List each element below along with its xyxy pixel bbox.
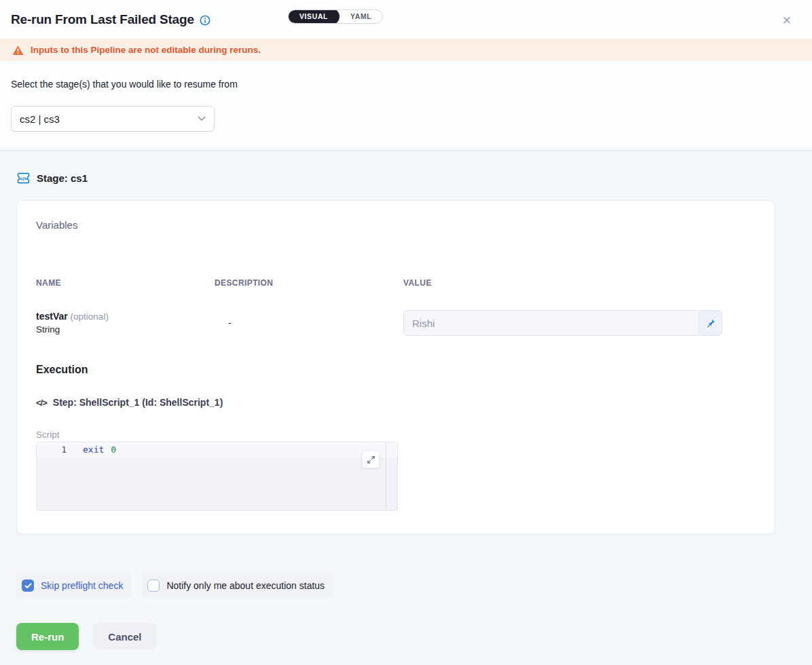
skip-preflight-label: Skip preflight check <box>41 580 123 591</box>
line-number: 1 <box>37 442 67 457</box>
variable-name: testVar <box>36 311 68 322</box>
info-icon[interactable] <box>200 15 210 26</box>
modal-header: Re-run From Last Failed Stage VISUAL YAM… <box>0 0 812 39</box>
notify-only-me-checkbox[interactable]: Notify only me about execution status <box>142 573 333 598</box>
code-number: 0 <box>111 444 116 455</box>
warning-icon <box>12 45 24 56</box>
pin-icon[interactable] <box>699 311 722 335</box>
column-header-value: VALUE <box>403 278 755 288</box>
warning-banner: Inputs to this Pipeline are not editable… <box>0 39 812 61</box>
script-code-editor[interactable]: 1 exit0 <box>36 442 398 511</box>
close-icon[interactable]: ✕ <box>782 15 792 26</box>
notify-only-me-label: Notify only me about execution status <box>166 580 325 591</box>
checkbox-checked-icon <box>22 580 34 592</box>
script-label: Script <box>36 430 755 440</box>
cancel-button[interactable]: Cancel <box>93 623 156 650</box>
column-header-name: NAME <box>36 278 215 288</box>
variable-description: - <box>215 318 403 328</box>
variables-table-header: NAME DESCRIPTION VALUE <box>36 278 755 288</box>
rerun-modal: Re-run From Last Failed Stage VISUAL YAM… <box>0 0 812 665</box>
column-header-description: DESCRIPTION <box>215 278 403 288</box>
variable-optional-tag: (optional) <box>71 311 109 322</box>
stage-select-label: Select the stage(s) that you would like … <box>11 79 801 90</box>
chevron-down-icon <box>198 116 206 121</box>
variable-row: testVar (optional) String - <box>36 308 755 338</box>
variables-section-title: Variables <box>36 218 755 231</box>
rerun-button[interactable]: Re-run <box>16 623 79 650</box>
checkbox-unchecked-icon <box>147 580 160 592</box>
variable-value-cell <box>403 310 755 336</box>
skip-preflight-checkbox[interactable]: Skip preflight check <box>16 573 131 598</box>
tab-yaml[interactable]: YAML <box>339 10 382 24</box>
visual-yaml-toggle: VISUAL YAML <box>288 10 383 24</box>
stage-select-section: Select the stage(s) that you would like … <box>0 61 812 151</box>
warning-text: Inputs to this Pipeline are not editable… <box>31 45 261 55</box>
footer-actions: Re-run Cancel <box>16 623 796 650</box>
variable-value-input <box>404 311 699 335</box>
variable-type: String <box>36 323 215 336</box>
stage-select-value: cs2 | cs3 <box>20 113 60 125</box>
tab-visual[interactable]: VISUAL <box>288 10 339 24</box>
custom-stage-icon: </> <box>16 171 31 185</box>
execution-section-title: Execution <box>36 364 755 376</box>
variable-name-cell: testVar (optional) String <box>36 310 215 336</box>
modal-body: </> Stage: cs1 Variables NAME DESCRIPTIO… <box>0 151 812 665</box>
stage-heading: </> Stage: cs1 <box>16 170 796 186</box>
code-keyword: exit <box>83 444 104 455</box>
code-step-icon: </> <box>36 398 47 408</box>
footer-options: Skip preflight check Notify only me abou… <box>16 573 796 598</box>
variable-value-field <box>403 310 722 336</box>
stage-inputs-card: Variables NAME DESCRIPTION VALUE testVar… <box>16 200 775 534</box>
stage-title: Stage: cs1 <box>37 172 88 184</box>
expand-icon[interactable] <box>362 451 380 468</box>
svg-text:</>: </> <box>20 175 28 181</box>
stage-select-dropdown[interactable]: cs2 | cs3 <box>11 106 215 132</box>
step-heading: </> Step: ShellScript_1 (Id: ShellScript… <box>36 397 755 408</box>
page-title: Re-run From Last Failed Stage <box>11 12 194 27</box>
step-title: Step: ShellScript_1 (Id: ShellScript_1) <box>53 397 223 408</box>
code-line: 1 exit0 <box>37 442 397 457</box>
